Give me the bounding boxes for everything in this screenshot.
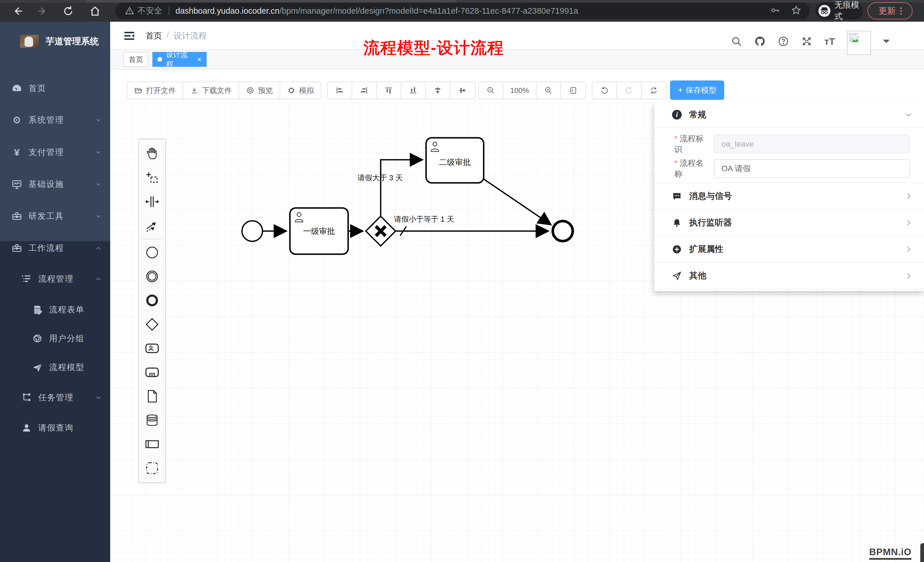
sidebar-item-devtools[interactable]: 研发工具 bbox=[0, 203, 110, 229]
sidebar-item-workflow[interactable]: 工作流程 bbox=[0, 235, 110, 261]
dashboard-icon bbox=[11, 83, 22, 94]
message-icon bbox=[672, 192, 682, 201]
align-middle-icon[interactable] bbox=[426, 82, 450, 99]
key-icon[interactable] bbox=[770, 5, 780, 15]
app-logo-row[interactable]: 芋道管理系统 bbox=[0, 25, 110, 57]
zoom-level-value: 100% bbox=[510, 86, 530, 95]
plus-icon bbox=[678, 85, 683, 95]
chevron-down-icon bbox=[95, 181, 102, 188]
back-icon[interactable] bbox=[11, 5, 23, 17]
user-task-level2[interactable]: 二级审批 bbox=[426, 138, 484, 183]
chevron-right-icon[interactable] bbox=[904, 272, 913, 280]
section-other[interactable]: 其他 bbox=[654, 263, 924, 289]
chevron-right-icon[interactable] bbox=[904, 219, 913, 227]
sidebar-item-process-mgmt[interactable]: 流程管理 bbox=[0, 266, 110, 292]
designer-toolbar: 打开文件 下载文件 预览 模拟 bbox=[110, 70, 924, 103]
chevron-right-icon[interactable] bbox=[904, 192, 913, 200]
reload-icon[interactable] bbox=[62, 5, 74, 17]
sidebar-item-label: 工作流程 bbox=[28, 243, 64, 254]
monitor-icon bbox=[11, 179, 22, 190]
tab-design-process[interactable]: 设计流程 bbox=[152, 52, 207, 67]
tab-home[interactable]: 首页 bbox=[123, 52, 148, 67]
caret-down-icon[interactable] bbox=[883, 40, 890, 46]
redo-icon[interactable] bbox=[617, 82, 642, 99]
end-event-shape[interactable] bbox=[553, 221, 573, 241]
section-messages-signals[interactable]: 消息与信号 bbox=[654, 183, 924, 210]
fit-viewport-icon[interactable] bbox=[561, 82, 585, 99]
bpmn-io-watermark[interactable]: BPMN.iO bbox=[869, 547, 912, 560]
restart-icon[interactable] bbox=[642, 82, 666, 99]
chevron-right-icon[interactable] bbox=[904, 245, 913, 253]
section-title: 其他 bbox=[689, 270, 706, 282]
sidebar-item-process-model[interactable]: 流程模型 bbox=[0, 354, 110, 381]
sidebar-collapse-icon[interactable] bbox=[123, 29, 136, 42]
align-top-icon[interactable] bbox=[376, 82, 401, 99]
task-label: 二级审批 bbox=[439, 158, 471, 166]
incognito-label: 无痕模式 bbox=[834, 0, 863, 22]
address-bar[interactable]: 不安全 dashboard.yudao.iocoder.cn/bpm/manag… bbox=[115, 3, 810, 19]
help-icon[interactable] bbox=[778, 36, 789, 47]
flow-label-gt3[interactable]: 请假大于 3 天 bbox=[357, 174, 403, 182]
open-file-button[interactable]: 打开文件 bbox=[127, 82, 183, 99]
save-model-button[interactable]: 保存模型 bbox=[670, 81, 724, 100]
section-execution-listeners[interactable]: 执行监听器 bbox=[654, 210, 924, 236]
download-file-button[interactable]: 下载文件 bbox=[183, 82, 239, 99]
font-size-icon[interactable]: тT bbox=[824, 36, 835, 47]
info-icon: i bbox=[672, 110, 682, 120]
align-left-icon[interactable] bbox=[328, 82, 352, 99]
preview-button[interactable]: 预览 bbox=[239, 82, 280, 99]
button-label: 打开文件 bbox=[146, 85, 176, 96]
update-button[interactable]: 更新 bbox=[867, 2, 913, 19]
sidebar-item-infra[interactable]: 基础设施 bbox=[0, 171, 110, 198]
process-name-input[interactable] bbox=[714, 159, 910, 178]
align-bottom-icon[interactable] bbox=[401, 82, 426, 99]
star-icon[interactable] bbox=[791, 5, 801, 15]
chevron-down-icon bbox=[95, 148, 102, 156]
forward-icon[interactable] bbox=[36, 5, 48, 17]
zoom-in-icon[interactable] bbox=[537, 82, 561, 99]
header-actions: тT bbox=[731, 28, 890, 55]
start-event-shape[interactable] bbox=[242, 221, 262, 241]
sidebar-item-system[interactable]: ⚙ 系统管理 bbox=[0, 107, 110, 133]
fullscreen-icon[interactable] bbox=[801, 36, 812, 47]
breadcrumb-home[interactable]: 首页 bbox=[146, 30, 162, 42]
sidebar-item-label: 基础设施 bbox=[28, 178, 64, 190]
flow-label-le1[interactable]: 请假小于等于 1 天 bbox=[394, 215, 454, 223]
process-key-input[interactable] bbox=[714, 135, 910, 153]
security-label[interactable]: 不安全 bbox=[138, 5, 162, 16]
app-logo bbox=[20, 35, 39, 48]
search-icon[interactable] bbox=[731, 36, 742, 47]
update-label[interactable]: 更新 bbox=[879, 5, 896, 17]
home-icon[interactable] bbox=[89, 5, 101, 17]
browser-active-tab[interactable] bbox=[86, 0, 457, 3]
zoom-out-icon[interactable] bbox=[479, 82, 503, 99]
close-icon[interactable] bbox=[197, 55, 201, 64]
chevron-down-icon[interactable] bbox=[904, 111, 913, 119]
exclusive-gateway[interactable] bbox=[366, 216, 396, 246]
flow-gateway-to-task2[interactable] bbox=[381, 160, 423, 216]
sidebar-item-payment[interactable]: ¥ 支付管理 bbox=[0, 139, 110, 165]
github-icon[interactable] bbox=[754, 36, 766, 47]
simulate-button[interactable]: 模拟 bbox=[280, 82, 321, 99]
section-extended-attributes[interactable]: 扩展属性 bbox=[654, 236, 924, 263]
sidebar-item-task-mgmt[interactable]: 任务管理 bbox=[0, 385, 110, 411]
sidebar-item-label: 流程表单 bbox=[49, 304, 84, 316]
gear-icon: ⚙ bbox=[11, 115, 22, 126]
align-center-icon[interactable] bbox=[450, 82, 475, 99]
process-key-row: 流程标识 bbox=[654, 135, 924, 153]
align-button-group bbox=[327, 82, 476, 99]
sidebar: 芋道管理系统 首页 ⚙ 系统管理 ¥ 支付管理 基础设施 研发工具 工作流程 bbox=[0, 22, 110, 562]
sidebar-item-leave-query[interactable]: 请假查询 bbox=[0, 415, 110, 441]
kebab-menu-icon[interactable] bbox=[900, 10, 902, 12]
sidebar-item-home[interactable]: 首页 bbox=[0, 75, 110, 102]
undo-icon[interactable] bbox=[592, 82, 617, 99]
download-icon bbox=[190, 86, 199, 95]
person-icon bbox=[21, 423, 32, 433]
align-right-icon[interactable] bbox=[352, 82, 376, 99]
sidebar-item-process-form[interactable]: 流程表单 bbox=[0, 297, 110, 323]
sidebar-item-user-group[interactable]: 用户分组 bbox=[0, 325, 110, 352]
avatar[interactable] bbox=[847, 31, 871, 55]
section-general[interactable]: i 常规 bbox=[654, 102, 924, 128]
user-task-level1[interactable]: 一级审批 bbox=[290, 208, 348, 254]
flow-task2-to-end[interactable] bbox=[483, 179, 551, 225]
